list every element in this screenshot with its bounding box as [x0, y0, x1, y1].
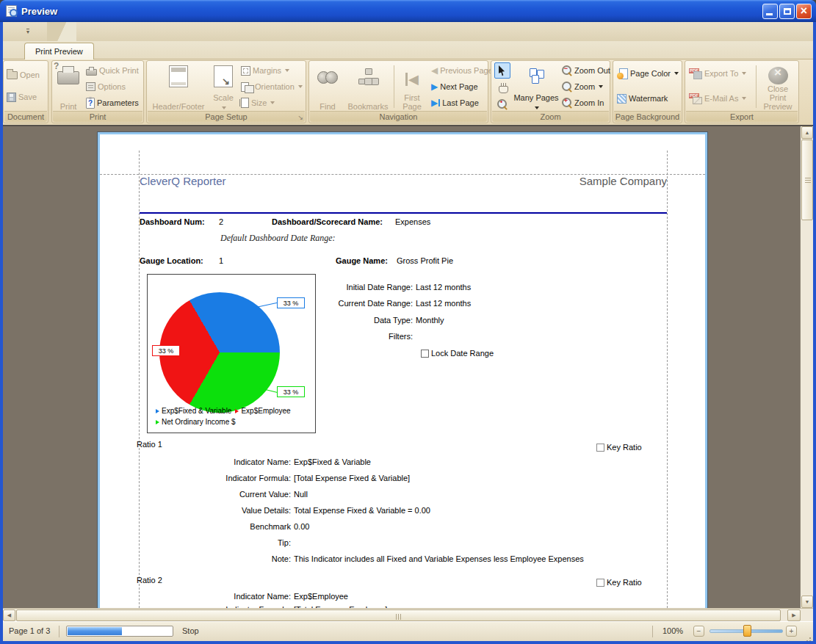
maximize-icon: [784, 8, 791, 15]
gauge-detail-row: Filters:: [100, 332, 705, 341]
vertical-scrollbar-thumb[interactable]: [801, 140, 813, 220]
first-page-button: First Page: [396, 62, 428, 112]
group-separator: [394, 65, 394, 108]
detail-value: Exp$Employee: [294, 592, 348, 601]
vertical-scrollbar[interactable]: [800, 126, 813, 608]
detail-label: Tip:: [100, 538, 291, 547]
maximize-button[interactable]: [779, 4, 795, 19]
window-resize-grip[interactable]: [803, 631, 812, 640]
scale-button: Scale: [209, 62, 238, 112]
size-button: Size: [241, 96, 275, 109]
save-button: Save: [7, 90, 37, 104]
lock-date-range-row: Lock Date Range: [421, 349, 494, 358]
detail-label: Indicator Formula:: [100, 474, 291, 482]
zoom-out-button[interactable]: Zoom Out: [562, 64, 610, 77]
scroll-left-button[interactable]: [3, 609, 15, 621]
window-title: Preview: [21, 6, 57, 17]
quick-print-icon: [86, 69, 97, 76]
zoom-area-icon: [497, 99, 508, 109]
preview-canvas[interactable]: CleverQ Reporter Sample Company Dashboar…: [3, 126, 800, 608]
size-icon: [241, 98, 249, 108]
last-page-button[interactable]: Last Page: [431, 96, 479, 109]
thumb-grip: [396, 614, 402, 620]
zoom-decrease-button[interactable]: [693, 626, 704, 637]
group-label-export: Export: [686, 111, 798, 122]
report-header-right: Sample Company: [579, 175, 667, 187]
zoom-slider-thumb[interactable]: [743, 625, 751, 637]
zoom-in-button[interactable]: Zoom In: [562, 96, 604, 109]
report-page[interactable]: CleverQ Reporter Sample Company Dashboar…: [100, 134, 705, 608]
header-rule: [140, 212, 667, 214]
close-button[interactable]: [796, 4, 812, 19]
zoom-menu-button[interactable]: Zoom: [562, 80, 603, 93]
group-label-zoom: Zoom: [492, 111, 609, 122]
header-footer-label: Header/Footer: [153, 102, 205, 111]
key-ratio-row: Key Ratio: [596, 578, 642, 587]
title-bar: Preview: [0, 0, 816, 22]
group-separator: [756, 65, 757, 108]
margins-button: Margins: [241, 64, 289, 77]
page-color-button[interactable]: Page Color: [617, 67, 679, 80]
hand-tool-button[interactable]: [494, 79, 510, 95]
group-label-page-setup: Page Setup: [148, 111, 305, 122]
many-pages-button[interactable]: Many Pages: [513, 62, 559, 112]
chevron-down-icon: [285, 69, 289, 72]
chevron-down-icon: [674, 72, 679, 75]
gauge-name-value: Gross Profit Pie: [397, 256, 453, 265]
detail-label: Indicator Name:: [100, 592, 291, 601]
dashboard-num-label: Dashboard Num:: [140, 217, 205, 226]
ratio-title: Ratio 1: [137, 440, 162, 449]
detail-value: This Indicator includes all Fixed and Va…: [294, 554, 584, 563]
page-color-icon: [617, 68, 628, 79]
options-icon: [86, 82, 95, 91]
quick-access-menu-button[interactable]: [19, 25, 37, 37]
detail-value: Null: [294, 490, 308, 499]
lock-date-range-label: Lock Date Range: [431, 349, 494, 358]
gauge-pie-chart: 33 % 33 % 33 % Exp$Fixed & VariableExp$E…: [147, 274, 316, 433]
horizontal-scrollbar[interactable]: [3, 608, 813, 621]
options-label: Options: [98, 82, 126, 91]
chevron-down-icon: [26, 29, 29, 35]
watermark-button[interactable]: Watermark: [617, 92, 668, 105]
zoom-area-tool-button[interactable]: [494, 96, 510, 112]
zoom-in-icon: [562, 98, 572, 108]
scroll-down-button[interactable]: [801, 596, 813, 608]
pointer-tool-button[interactable]: [494, 62, 510, 79]
ratio-detail-row: Indicator Formula:[Total Expense Fixed &…: [100, 474, 705, 482]
scroll-right-button[interactable]: [787, 609, 801, 621]
legend-marker-blue: [156, 409, 159, 413]
zoom-increase-button[interactable]: [786, 626, 797, 637]
gauge-detail-row: Data Type:Monthly: [100, 316, 705, 325]
key-ratio-checkbox: [596, 579, 604, 587]
ribbon: Open Save Document Print Quick Print Opt…: [3, 59, 813, 125]
page-setup-dialog-launcher[interactable]: [297, 114, 303, 121]
next-page-button[interactable]: Next Page: [431, 80, 478, 93]
gauge-detail-row: Current Date Range:Last 12 months: [100, 299, 705, 308]
parameters-label: Parameters: [97, 98, 139, 107]
scroll-up-button[interactable]: [801, 126, 813, 139]
legend-marker-green: [156, 420, 159, 424]
open-button: Open: [7, 68, 40, 82]
horizontal-scrollbar-thumb[interactable]: [16, 609, 781, 621]
dashboard-name-label: Dashboard/Scorecard Name:: [272, 217, 383, 226]
tab-print-preview[interactable]: Print Preview: [24, 43, 94, 59]
parameters-button[interactable]: Parameters: [86, 96, 139, 109]
legend-label: Exp$Fixed & Variable: [162, 407, 231, 415]
chevron-down-icon: [599, 85, 603, 88]
group-label-print: Print: [53, 111, 142, 122]
last-page-label: Last Page: [442, 98, 479, 107]
email-as-icon: [689, 93, 702, 104]
open-label: Open: [20, 70, 40, 79]
scale-label: Scale: [213, 93, 234, 111]
key-ratio-checkbox: [596, 444, 604, 452]
scale-icon: [214, 65, 233, 87]
legend-row: Net Ordinary Income $: [152, 416, 291, 427]
ribbon-group-page-background: Page Color Watermark Page Background: [613, 60, 682, 123]
bookmarks-icon: [358, 68, 378, 84]
last-page-icon: [431, 98, 440, 108]
stop-button[interactable]: Stop: [182, 626, 199, 635]
minimize-button[interactable]: [762, 4, 778, 19]
gauge-name-label: Gauge Name:: [336, 256, 388, 265]
toolbar-slope-decoration: [47, 22, 76, 41]
close-print-preview-icon: [768, 67, 788, 84]
